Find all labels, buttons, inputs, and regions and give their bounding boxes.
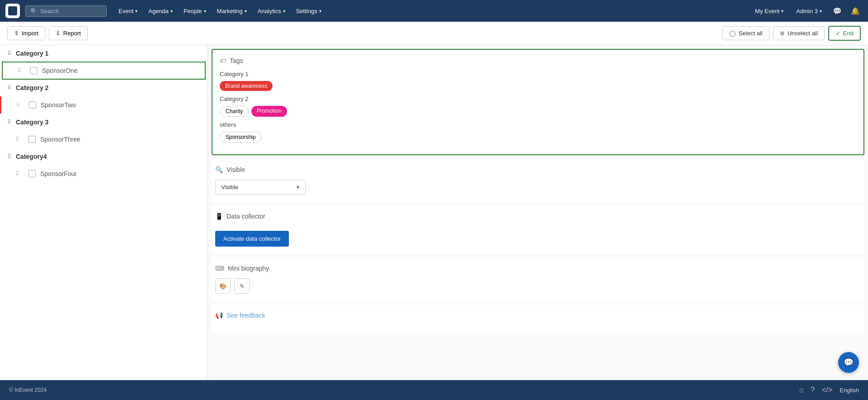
tags-category1-row: Brand awareness bbox=[220, 81, 856, 91]
nav-right-section: My Event ▾ Admin 3 ▾ 💬 🔔 bbox=[750, 4, 863, 18]
nav-event[interactable]: Event ▾ bbox=[114, 5, 142, 17]
download-icon: ⇩ bbox=[56, 30, 61, 37]
mini-bio-edit-button[interactable]: ✎ bbox=[234, 278, 250, 294]
search-bar[interactable]: 🔍 Search bbox=[25, 5, 107, 17]
category-1-label: Category 1 bbox=[16, 50, 48, 57]
bell-icon[interactable]: 🔔 bbox=[848, 4, 863, 18]
sponsor-one-checkbox[interactable] bbox=[30, 67, 38, 74]
megaphone-icon: 📢 bbox=[215, 312, 223, 319]
mini-bio-image-button[interactable]: 🎨 bbox=[215, 278, 231, 294]
chevron-down-icon: ▾ bbox=[781, 9, 783, 14]
nav-marketing[interactable]: Marketing ▾ bbox=[212, 5, 251, 17]
see-feedback-link[interactable]: See feedback bbox=[226, 312, 265, 319]
visible-section-title: 🔍 Visible bbox=[215, 166, 861, 173]
sponsor-three-checkbox[interactable] bbox=[28, 136, 36, 143]
toolbar: ⇧ Import ⇩ Report ◯ Select all ⊗ Unselec… bbox=[0, 22, 868, 45]
nav-people[interactable]: People ▾ bbox=[179, 5, 210, 17]
chat-bubble-button[interactable]: 💬 bbox=[838, 352, 859, 373]
check-icon: ✓ bbox=[835, 30, 840, 37]
select-all-label: Select all bbox=[739, 30, 763, 37]
category-4-header: ⠿ Category4 bbox=[0, 148, 208, 165]
app-logo[interactable] bbox=[5, 4, 20, 18]
category-2-label: Category 2 bbox=[16, 84, 48, 91]
footer: © InEvent 2024 ⌂ ? </> English bbox=[0, 380, 868, 400]
import-button[interactable]: ⇧ Import bbox=[7, 26, 45, 40]
activate-btn-label: Activate data collector bbox=[223, 235, 281, 242]
sponsor-three-name: SponsorThree bbox=[40, 136, 80, 143]
category-2-header: ⠿ Category 2 bbox=[0, 80, 208, 96]
tags-others-label: others bbox=[220, 121, 856, 128]
admin-label: Admin 3 bbox=[796, 8, 818, 14]
visible-section: 🔍 Visible Visible ▾ bbox=[212, 159, 864, 202]
sponsor-four-name: SponsorFour bbox=[40, 170, 77, 177]
chat-nav-icon[interactable]: 💬 bbox=[830, 4, 844, 18]
sponsor-four-checkbox[interactable] bbox=[28, 170, 36, 177]
sponsors-list-panel: ⠿ Category 1 ⠿ SponsorOne ⠿ Category 2 ⠿… bbox=[0, 45, 208, 380]
report-button[interactable]: ⇩ Report bbox=[49, 26, 88, 40]
chevron-down-icon: ▾ bbox=[204, 9, 206, 14]
tags-others-row: Sponsorship bbox=[220, 132, 856, 143]
unselect-all-button[interactable]: ⊗ Unselect all bbox=[773, 26, 825, 40]
drag-handle-icon: ⠿ bbox=[7, 119, 11, 125]
sponsor-row-two[interactable]: ⠿ SponsorTwo bbox=[0, 96, 208, 114]
search-placeholder: Search bbox=[40, 8, 59, 14]
sponsor-two-name: SponsorTwo bbox=[41, 101, 76, 109]
edit-icon: ✎ bbox=[240, 283, 245, 290]
drag-handle-icon: ⠿ bbox=[16, 102, 20, 108]
keyboard-icon: ⌨ bbox=[215, 265, 224, 272]
language-label[interactable]: English bbox=[840, 387, 859, 394]
image-icon: 🎨 bbox=[219, 283, 226, 290]
sponsor-row-one[interactable]: ⠿ SponsorOne bbox=[2, 62, 206, 80]
data-collector-section: 📱 Data collector Activate data collector bbox=[212, 205, 864, 254]
chat-icon: 💬 bbox=[844, 357, 854, 367]
tag-charity[interactable]: Charity bbox=[220, 106, 249, 117]
tag-brand-awareness[interactable]: Brand awareness bbox=[220, 81, 273, 91]
drag-handle-icon: ⠿ bbox=[15, 171, 19, 177]
chevron-down-icon: ▾ bbox=[820, 9, 822, 14]
activate-data-collector-button[interactable]: Activate data collector bbox=[215, 231, 289, 247]
home-icon[interactable]: ⌂ bbox=[799, 386, 804, 394]
code-icon[interactable]: </> bbox=[822, 386, 832, 394]
chevron-down-icon: ▾ bbox=[245, 9, 247, 14]
drag-handle-icon: ⠿ bbox=[7, 85, 11, 91]
unselect-all-label: Unselect all bbox=[788, 30, 818, 37]
admin-menu[interactable]: Admin 3 ▾ bbox=[792, 5, 826, 17]
sponsor-detail-panel: 🏷 Tags Category 1 Brand awareness Catego… bbox=[208, 45, 868, 380]
footer-right: ⌂ ? </> English bbox=[799, 386, 859, 394]
tag-promotion[interactable]: Promotion bbox=[251, 106, 287, 117]
nav-analytics[interactable]: Analytics ▾ bbox=[253, 5, 290, 17]
nav-menu: Event ▾ Agenda ▾ People ▾ Marketing ▾ An… bbox=[114, 5, 750, 17]
chevron-down-icon: ▾ bbox=[297, 184, 300, 190]
end-button[interactable]: ✓ End bbox=[828, 26, 861, 41]
category-3-header: ⠿ Category 3 bbox=[0, 114, 208, 130]
nav-agenda[interactable]: Agenda ▾ bbox=[144, 5, 177, 17]
upload-icon: ⇧ bbox=[14, 30, 19, 37]
my-event-menu[interactable]: My Event ▾ bbox=[750, 5, 788, 17]
visible-value: Visible bbox=[221, 184, 238, 190]
circle-check-icon: ◯ bbox=[729, 30, 736, 37]
sponsor-two-checkbox[interactable] bbox=[29, 101, 36, 109]
select-all-button[interactable]: ◯ Select all bbox=[722, 26, 769, 40]
category-4-label: Category4 bbox=[16, 153, 47, 160]
tags-section: 🏷 Tags Category 1 Brand awareness Catego… bbox=[212, 49, 864, 155]
search-icon: 🔍 bbox=[215, 166, 223, 173]
sponsor-row-three[interactable]: ⠿ SponsorThree bbox=[0, 130, 208, 148]
tag-sponsorship[interactable]: Sponsorship bbox=[220, 132, 262, 143]
help-icon[interactable]: ? bbox=[811, 386, 815, 394]
mini-bio-title: ⌨ Mini biography bbox=[215, 265, 861, 272]
main-content: ⠿ Category 1 ⠿ SponsorOne ⠿ Category 2 ⠿… bbox=[0, 45, 868, 380]
sponsor-row-four[interactable]: ⠿ SponsorFour bbox=[0, 165, 208, 183]
drag-handle-icon: ⠿ bbox=[17, 67, 21, 74]
chevron-down-icon: ▾ bbox=[283, 9, 285, 14]
drag-handle-icon: ⠿ bbox=[15, 136, 19, 143]
mini-bio-actions: 🎨 ✎ bbox=[215, 278, 861, 294]
visible-dropdown[interactable]: Visible ▾ bbox=[215, 180, 306, 195]
nav-settings[interactable]: Settings ▾ bbox=[292, 5, 326, 17]
import-label: Import bbox=[22, 30, 38, 37]
mobile-icon: 📱 bbox=[215, 213, 223, 220]
tags-section-title: 🏷 Tags bbox=[220, 57, 856, 64]
chevron-down-icon: ▾ bbox=[135, 9, 137, 14]
report-label: Report bbox=[63, 30, 81, 37]
tags-category2-row: Charity Promotion bbox=[220, 106, 856, 117]
toolbar-right-actions: ◯ Select all ⊗ Unselect all ✓ End bbox=[722, 26, 861, 41]
